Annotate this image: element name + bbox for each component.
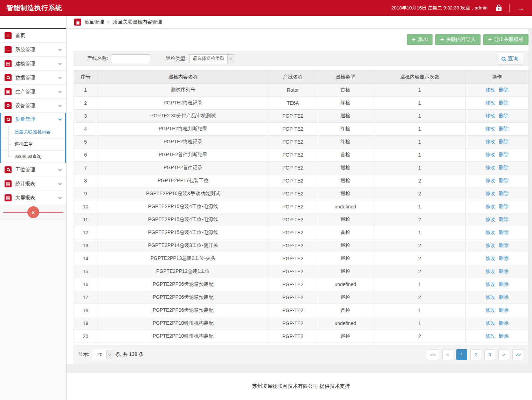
inspection-type-select[interactable]: 请选择巡检类型 bbox=[189, 54, 234, 63]
sidebar-item-bigscreen[interactable]: ▦大屏报表 bbox=[0, 191, 66, 205]
row-display-count: 2 bbox=[374, 239, 465, 252]
delete-link[interactable]: 删除 bbox=[499, 113, 509, 118]
sidebar-subitem-issuelist-query[interactable]: IssueList查询 bbox=[1, 151, 65, 163]
edit-link[interactable]: 修改 bbox=[485, 87, 495, 92]
edit-link[interactable]: 修改 bbox=[485, 307, 495, 313]
footer-text: 苏州凌犀物联网技术有限公司 提供技术支持 bbox=[74, 373, 528, 400]
sidebar-group-stats: ▦统计报表 bbox=[0, 177, 66, 191]
edit-link[interactable]: 修改 bbox=[485, 229, 495, 235]
delete-link[interactable]: 删除 bbox=[499, 281, 509, 287]
delete-link[interactable]: 删除 bbox=[499, 255, 509, 261]
import-button-label: 关联内容导入 bbox=[446, 36, 476, 43]
row-no: 4 bbox=[74, 123, 97, 136]
breadcrumb-section[interactable]: 质量管理 bbox=[84, 19, 104, 25]
delete-link[interactable]: 删除 bbox=[499, 307, 509, 313]
delete-link[interactable]: 删除 bbox=[499, 126, 509, 131]
sidebar-item-stats[interactable]: ▦统计报表 bbox=[0, 177, 66, 191]
sidebar-item-production[interactable]: ▣生产管理 bbox=[0, 85, 66, 99]
sidebar-group-data: 数据管理 bbox=[0, 71, 66, 85]
delete-link[interactable]: 删除 bbox=[499, 152, 509, 157]
edit-link[interactable]: 修改 bbox=[485, 126, 495, 131]
edit-link[interactable]: 修改 bbox=[485, 255, 495, 261]
sidebar-group-modeling: ▤建模管理 bbox=[0, 57, 66, 71]
next-page-button[interactable]: > bbox=[498, 349, 509, 360]
table-row: 9PGPTE2PP16总装&手动功能测试PGP-TE2巡检2修改删除 bbox=[74, 187, 528, 200]
delete-link[interactable]: 删除 bbox=[499, 229, 509, 235]
sidebar-item-data[interactable]: 数据管理 bbox=[0, 71, 66, 85]
sidebar-item-system[interactable]: →系统管理 bbox=[0, 43, 66, 57]
delete-link[interactable]: 删除 bbox=[499, 178, 509, 183]
breadcrumb-separator: > bbox=[107, 20, 110, 25]
first-page-button[interactable]: << bbox=[427, 349, 439, 360]
sidebar-item-label: 工位管理 bbox=[15, 167, 35, 173]
edit-link[interactable]: 修改 bbox=[485, 165, 495, 170]
delete-link[interactable]: 删除 bbox=[499, 216, 509, 222]
sidebar-item-equipment[interactable]: ⚙设备管理 bbox=[0, 99, 66, 113]
last-page-button[interactable]: >> bbox=[512, 349, 524, 360]
sidebar-subitem-inspection-workorder[interactable]: 巡检工单 bbox=[1, 138, 65, 151]
row-line-name: PGP-TE2 bbox=[269, 226, 317, 239]
edit-link[interactable]: 修改 bbox=[485, 139, 495, 144]
delete-link[interactable]: 删除 bbox=[499, 87, 509, 92]
delete-link[interactable]: 删除 bbox=[499, 242, 509, 248]
edit-link[interactable]: 修改 bbox=[485, 320, 495, 326]
line-name-input[interactable] bbox=[111, 54, 150, 63]
delete-link[interactable]: 删除 bbox=[499, 204, 509, 209]
delete-link[interactable]: 删除 bbox=[499, 191, 509, 196]
sidebar-collapse-button[interactable]: « bbox=[27, 206, 39, 218]
row-display-count: 1 bbox=[374, 84, 465, 97]
edit-link[interactable]: 修改 bbox=[485, 178, 495, 183]
edit-link[interactable]: 修改 bbox=[485, 216, 495, 222]
edit-link[interactable]: 修改 bbox=[485, 204, 495, 209]
delete-link[interactable]: 删除 bbox=[499, 139, 509, 144]
edit-link[interactable]: 修改 bbox=[485, 294, 495, 300]
edit-link[interactable]: 修改 bbox=[485, 152, 495, 157]
page-button-1[interactable]: 1 bbox=[456, 349, 467, 360]
filter-bar: 产线名称: 巡检类型: 请选择巡检类型 查询 bbox=[74, 51, 528, 66]
chevron-down-icon bbox=[58, 89, 62, 93]
edit-link[interactable]: 修改 bbox=[485, 281, 495, 287]
export-template-button[interactable]: + 导出关联模板 bbox=[483, 34, 528, 45]
row-operations: 修改删除 bbox=[465, 330, 528, 343]
edit-link[interactable]: 修改 bbox=[485, 191, 495, 196]
search-button-label: 查询 bbox=[508, 55, 518, 62]
prev-page-button[interactable]: < bbox=[442, 349, 453, 360]
vertical-scrollbar[interactable] bbox=[528, 29, 532, 365]
pagination-buttons: <<<123>>> bbox=[424, 349, 524, 360]
row-operations: 修改删除 bbox=[465, 161, 528, 174]
bigscreen-report-icon: ▦ bbox=[5, 194, 12, 201]
row-line-name: Rotor bbox=[269, 84, 317, 97]
row-line-name: PGP-TE2 bbox=[269, 161, 317, 174]
search-button[interactable]: 查询 bbox=[497, 53, 523, 64]
sidebar-subitem-quality-inspection-content[interactable]: 质量关联巡检内容 bbox=[1, 126, 65, 138]
sidebar-item-station[interactable]: 工位管理 bbox=[0, 163, 66, 177]
edit-link[interactable]: 修改 bbox=[485, 100, 495, 105]
logout-arrow-icon[interactable]: → bbox=[517, 5, 524, 12]
page-button-3[interactable]: 3 bbox=[484, 349, 495, 360]
row-content-name: 测试序列号 bbox=[97, 84, 269, 97]
sidebar-item-quality[interactable]: 质量管理 bbox=[1, 113, 65, 126]
import-related-content-button[interactable]: + 关联内容导入 bbox=[435, 34, 481, 45]
delete-link[interactable]: 删除 bbox=[499, 333, 509, 339]
sidebar-item-home[interactable]: ⌂首页 bbox=[0, 29, 66, 43]
edit-link[interactable]: 修改 bbox=[485, 333, 495, 339]
add-button[interactable]: + 添加 bbox=[407, 34, 433, 45]
page-size-select[interactable]: 20 bbox=[93, 350, 113, 359]
delete-link[interactable]: 删除 bbox=[499, 320, 509, 326]
add-button-label: 添加 bbox=[418, 36, 428, 43]
edit-link[interactable]: 修改 bbox=[485, 242, 495, 248]
edit-link[interactable]: 修改 bbox=[485, 113, 495, 118]
delete-link[interactable]: 删除 bbox=[499, 294, 509, 300]
delete-link[interactable]: 删除 bbox=[499, 165, 509, 170]
delete-link[interactable]: 删除 bbox=[499, 100, 509, 105]
col-header-display-count: 巡检内容显示次数 bbox=[374, 70, 465, 84]
row-inspection-type: 巡检 bbox=[317, 252, 374, 265]
edit-link[interactable]: 修改 bbox=[485, 268, 495, 274]
delete-link[interactable]: 删除 bbox=[499, 268, 509, 274]
row-content-name: PGPTE2PP15总装4工位-电源线 bbox=[97, 226, 269, 239]
row-operations: 修改删除 bbox=[465, 84, 528, 97]
lock-icon[interactable] bbox=[496, 7, 502, 11]
page-button-2[interactable]: 2 bbox=[470, 349, 481, 360]
sidebar-group-bigscreen: ▦大屏报表 bbox=[0, 191, 66, 205]
sidebar-item-modeling[interactable]: ▤建模管理 bbox=[0, 57, 66, 71]
